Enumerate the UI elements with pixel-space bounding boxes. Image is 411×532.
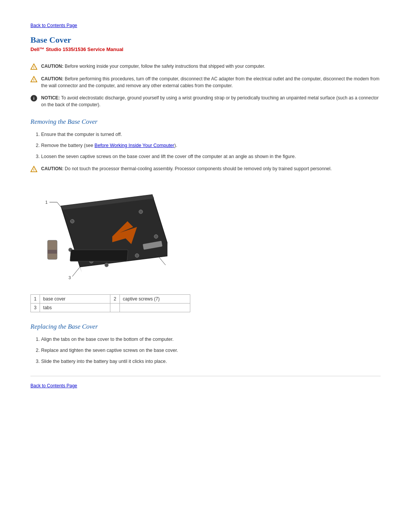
table-cell-label4: [119, 304, 190, 312]
table-row-1: 1 base cover 2 captive screws (7): [31, 295, 190, 304]
replacing-step-1: Align the tabs on the base cover to the …: [41, 336, 381, 343]
before-working-link[interactable]: Before Working Inside Your Computer: [94, 143, 174, 148]
table-cell-label2: captive screws (7): [119, 295, 190, 304]
svg-text:i: i: [33, 96, 35, 101]
svg-text:1: 1: [45, 200, 48, 204]
parts-table: 1 base cover 2 captive screws (7) 3 tabs: [30, 294, 190, 312]
replacing-step-3: Slide the battery into the battery bay u…: [41, 358, 381, 365]
table-cell-label3: tabs: [40, 304, 110, 312]
svg-point-15: [154, 235, 158, 238]
removing-section-title: Removing the Base Cover: [30, 118, 381, 126]
svg-rect-20: [70, 250, 128, 261]
caution-figure-block: ! CAUTION: Do not touch the processor th…: [30, 165, 381, 173]
figure-area: 1 2 3: [30, 179, 381, 286]
bottom-rule: [30, 376, 381, 376]
notice-icon: i: [30, 95, 37, 102]
notice-block: i NOTICE: To avoid electrostatic dischar…: [30, 94, 381, 108]
svg-point-16: [135, 254, 139, 257]
svg-text:3: 3: [68, 275, 71, 280]
removing-step-1: Ensure that the computer is turned off.: [41, 131, 381, 138]
table-cell-label1: base cover: [40, 295, 110, 304]
table-cell-num4: [110, 304, 119, 312]
caution-icon-2: !: [30, 76, 37, 83]
removing-steps-list: Ensure that the computer is turned off. …: [30, 131, 381, 160]
svg-rect-29: [48, 250, 57, 254]
replacing-section-title: Replacing the Base Cover: [30, 323, 381, 331]
removing-step-2: Remove the battery (see Before Working I…: [41, 142, 381, 149]
caution-block-1: ! CAUTION: Before working inside your co…: [30, 63, 381, 70]
svg-text:!: !: [33, 168, 34, 172]
svg-text:!: !: [33, 65, 34, 69]
laptop-figure: 1 2 3: [30, 179, 167, 286]
replacing-step-2: Replace and tighten the seven captive sc…: [41, 347, 381, 354]
page-title: Base Cover: [30, 35, 381, 45]
replacing-steps-list: Align the tabs on the base cover to the …: [30, 336, 381, 365]
removing-step-3: Loosen the seven captive screws on the b…: [41, 153, 381, 160]
caution-block-2: ! CAUTION: Before performing this proced…: [30, 75, 381, 89]
svg-point-14: [139, 210, 143, 214]
table-cell-num2: 2: [110, 295, 119, 304]
svg-point-19: [105, 263, 108, 267]
subtitle: Dell™ Studio 1535/1536 Service Manual: [30, 46, 381, 52]
table-cell-num3: 3: [31, 304, 40, 312]
back-to-contents-bottom[interactable]: Back to Contents Page: [30, 383, 381, 388]
back-to-contents-top[interactable]: Back to Contents Page: [30, 23, 381, 28]
svg-line-26: [72, 267, 80, 276]
caution-icon-figure: !: [30, 166, 37, 173]
laptop-svg: 1 2 3: [30, 179, 167, 286]
svg-text:!: !: [33, 78, 34, 82]
table-cell-num1: 1: [31, 295, 40, 304]
table-row-2: 3 tabs: [31, 304, 190, 312]
caution-icon-1: !: [30, 63, 37, 70]
